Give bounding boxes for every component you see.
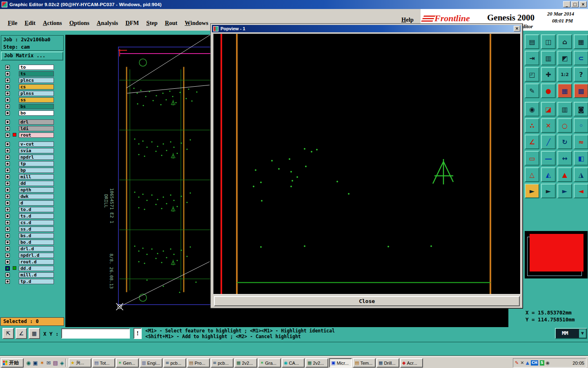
layer-name-npdrl.d[interactable]: npdrl.d <box>19 253 54 258</box>
taskbar-item-10[interactable]: ▦2v2... <box>305 358 328 368</box>
layer-checkbox-drl.d[interactable] <box>5 247 10 251</box>
toolbar-button-13[interactable]: ● <box>541 83 556 98</box>
layer-checkbox-ts.d[interactable] <box>5 214 10 218</box>
menu-help[interactable]: Help <box>401 16 414 23</box>
layer-checkbox-dd[interactable] <box>5 181 10 186</box>
app-titlebar[interactable]: Graphic Editor 9.02c2 (00@HY-HYCAM-PC037… <box>0 0 588 9</box>
popview-canvas[interactable] <box>213 34 521 294</box>
layer-checkbox-tp.d[interactable] <box>5 279 10 284</box>
taskbar-item-3[interactable]: ▥Engi... <box>140 358 163 368</box>
taskbar-item-8[interactable]: ✶Gra... <box>258 358 281 368</box>
toolbar-button-14[interactable]: ▦ <box>557 83 572 98</box>
layer-name-cs.d[interactable]: cs.d <box>19 220 54 225</box>
layer-name-rout.d[interactable]: rout.d <box>19 259 54 265</box>
taskbar-item-6[interactable]: ≡pcb... <box>211 358 234 368</box>
layer-checkbox-plnss[interactable] <box>5 91 10 96</box>
layer-name-ts[interactable]: ts <box>19 71 54 76</box>
layer-name-plnss[interactable]: plnss <box>19 91 54 96</box>
status-tool-button-2[interactable]: ▦ <box>29 328 40 339</box>
layer-checkbox-to[interactable] <box>5 65 10 70</box>
layer-checkbox-drl[interactable] <box>5 120 10 124</box>
layer-name-ldi[interactable]: ldi <box>19 126 54 131</box>
toolbar-button-9[interactable]: ✚ <box>541 67 556 82</box>
toolbar-button-11[interactable]: ? <box>574 67 588 82</box>
units-selector[interactable]: MM ▼ <box>555 328 587 339</box>
toolbar-button-2[interactable]: ⌂ <box>557 34 572 49</box>
minimize-button[interactable]: _ <box>563 1 570 7</box>
layer-name-v-cut[interactable]: v-cut <box>19 141 54 147</box>
layer-name-dd[interactable]: dd <box>19 181 54 186</box>
menu-rout[interactable]: Rout <box>161 19 181 27</box>
menu-options[interactable]: Options <box>66 19 93 27</box>
layer-checkbox-mill.d[interactable] <box>5 273 10 277</box>
status-tool-button-0[interactable]: ⇱ <box>2 328 14 339</box>
layer-name-dwk[interactable]: dwk <box>19 194 54 199</box>
toolbar-button-38[interactable]: ► <box>557 184 572 198</box>
layer-checkbox-ldi[interactable] <box>5 126 10 131</box>
layer-checkbox-ts[interactable] <box>5 72 10 76</box>
quick-launch-icon-4[interactable]: ▤ <box>53 360 58 366</box>
layer-name-mill[interactable]: mill <box>19 174 54 180</box>
layer-checkbox-plncs[interactable] <box>5 78 10 83</box>
toolbar-button-12[interactable]: ✎ <box>525 83 539 98</box>
toolbar-button-5[interactable]: ▥ <box>541 51 556 65</box>
toolbar-button-7[interactable]: ⊂ <box>574 51 588 65</box>
layer-checkbox-svia[interactable] <box>5 148 10 153</box>
toolbar-button-31[interactable]: ◧ <box>574 151 588 166</box>
taskbar-item-5[interactable]: ▤Pro... <box>187 358 210 368</box>
toolbar-button-10[interactable]: 1:2 <box>557 67 572 82</box>
toolbar-button-22[interactable]: ○ <box>557 118 572 133</box>
layer-checkbox-bo.d[interactable] <box>5 240 10 245</box>
layer-name-tp.d[interactable]: tp.d <box>19 279 54 284</box>
toolbar-button-17[interactable]: ◪ <box>541 102 556 117</box>
layer-name-bo.d[interactable]: bo.d <box>19 240 54 245</box>
taskbar-item-1[interactable]: ▤Tot... <box>92 358 115 368</box>
toolbar-button-32[interactable]: △ <box>525 167 539 182</box>
toolbar-button-19[interactable]: ◙ <box>574 102 588 117</box>
xy-input[interactable] <box>61 328 130 339</box>
layer-checkbox-dd.d[interactable] <box>5 266 10 271</box>
popview-close-button[interactable]: Close <box>214 296 520 306</box>
taskbar-item-13[interactable]: ▦Drill... <box>376 358 399 368</box>
taskbar-item-4[interactable]: ≡pcb... <box>163 358 186 368</box>
toolbar-button-25[interactable]: ╱ <box>541 135 556 149</box>
layer-name-svia[interactable]: svia <box>19 148 54 153</box>
layer-name-rout[interactable]: rout <box>19 132 54 138</box>
layer-name-mill.d[interactable]: mill.d <box>19 272 54 278</box>
toolbar-button-20[interactable]: ∴ <box>525 118 539 133</box>
toolbar-button-29[interactable]: ― <box>541 151 556 166</box>
layer-checkbox-ss.d[interactable] <box>5 227 10 231</box>
layer-name-dd.d[interactable]: dd.d <box>19 266 54 271</box>
layer-name-ss.d[interactable]: ss.d <box>19 227 54 232</box>
popview-close-icon[interactable]: × <box>514 26 520 31</box>
layer-checkbox-bp[interactable] <box>5 168 10 173</box>
layer-name-drl[interactable]: drl <box>19 119 54 125</box>
menu-step[interactable]: Step <box>143 19 161 27</box>
layer-checkbox-cs.d[interactable] <box>5 220 10 225</box>
layer-name-ts.d[interactable]: ts.d <box>19 213 54 219</box>
toolbar-button-18[interactable]: ▥ <box>557 102 572 117</box>
toolbar-button-30[interactable]: ↔ <box>557 151 572 166</box>
layer-name-to[interactable]: to <box>19 65 54 70</box>
layer-checkbox-to.d[interactable] <box>5 207 10 212</box>
layer-checkbox-rout.d[interactable] <box>5 260 10 264</box>
layer-name-to.d[interactable]: to.d <box>19 207 54 212</box>
taskbar-item-2[interactable]: ✶Gen... <box>116 358 139 368</box>
layer-checkbox-cs[interactable] <box>5 85 10 89</box>
taskbar-item-11[interactable]: ▣Micr... <box>329 358 352 368</box>
layer-checkbox-bs[interactable] <box>5 104 10 109</box>
layer-name-bs.d[interactable]: bs.d <box>19 233 54 238</box>
close-button[interactable]: × <box>579 1 587 7</box>
layer-checkbox-ss[interactable] <box>5 98 10 102</box>
toolbar-button-33[interactable]: ◭ <box>541 167 556 182</box>
toolbar-button-8[interactable]: ◰ <box>525 67 539 82</box>
toolbar-button-21[interactable]: ✕ <box>541 118 556 133</box>
toolbar-button-24[interactable]: ∠ <box>525 135 539 149</box>
quick-launch-icon-1[interactable]: ▣ <box>33 360 38 366</box>
layer-checkbox-v-cut[interactable] <box>5 142 10 146</box>
layer-name-tp[interactable]: tp <box>19 161 54 166</box>
taskbar-item-14[interactable]: ◆Acr... <box>400 358 423 368</box>
layer-name-npdrl[interactable]: npdrl <box>19 155 54 160</box>
status-tool-button-1[interactable]: ∠ <box>16 328 27 339</box>
popview-titlebar[interactable]: Popview - 1 × <box>212 25 521 32</box>
